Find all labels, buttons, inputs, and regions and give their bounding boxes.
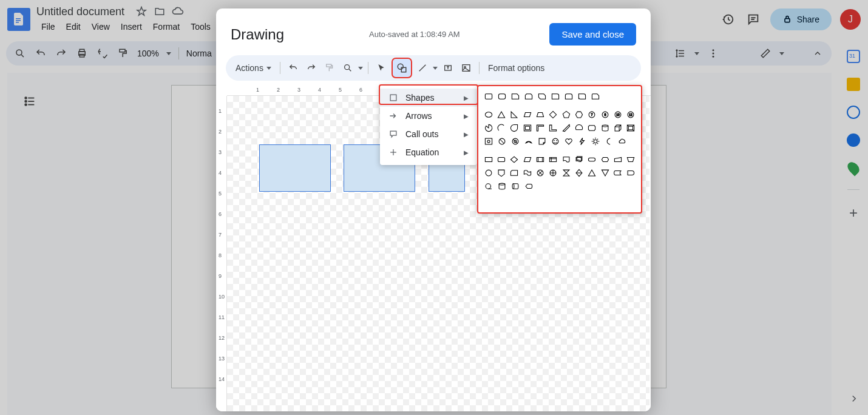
shape-round-rect[interactable] [497, 91, 507, 102]
shape-heart[interactable] [563, 136, 574, 147]
flow-stored[interactable] [612, 167, 623, 178]
image-tool-icon[interactable] [458, 60, 474, 76]
drawn-rectangle[interactable] [259, 144, 331, 192]
shape-frame[interactable] [522, 123, 532, 133]
flow-card[interactable] [509, 167, 520, 178]
flow-seq-storage[interactable] [483, 181, 494, 192]
flow-multidoc[interactable] [574, 154, 584, 165]
shape-round-snip[interactable] [590, 91, 601, 102]
shape-arc[interactable] [496, 123, 506, 133]
undo-icon[interactable] [285, 60, 301, 76]
save-and-close-button[interactable]: Save and close [549, 23, 636, 46]
flow-preparation[interactable] [600, 154, 610, 165]
flow-display[interactable] [523, 181, 534, 192]
flow-direct-access[interactable] [510, 181, 521, 192]
shape-round2-same[interactable] [563, 91, 574, 102]
shape-cloud[interactable] [617, 136, 628, 147]
flow-delay[interactable] [626, 167, 636, 178]
flow-document[interactable] [561, 154, 571, 165]
svg-line-74 [593, 139, 594, 140]
select-tool-icon[interactable] [373, 60, 389, 76]
flow-alternate[interactable] [496, 154, 506, 165]
svg-point-95 [486, 184, 490, 189]
shape-triangle[interactable] [496, 109, 506, 120]
format-options[interactable]: Format options [488, 63, 544, 73]
shape-plaque[interactable] [587, 123, 597, 133]
textbox-tool-icon[interactable] [440, 60, 456, 76]
shape-category-arrows[interactable]: Arrows▶ [380, 107, 477, 125]
shape-smiley[interactable] [550, 136, 561, 147]
actions-menu[interactable]: Actions [232, 61, 275, 75]
shape-hexagon[interactable] [574, 109, 584, 120]
shape-round-corner[interactable] [550, 91, 561, 102]
zoom-dropdown-icon[interactable] [358, 67, 363, 70]
flow-terminator[interactable] [587, 154, 597, 165]
shape-octagon[interactable]: 8 [600, 109, 610, 120]
flow-manual-input[interactable] [612, 154, 623, 165]
svg-rect-39 [485, 94, 492, 99]
flow-internal[interactable] [548, 154, 558, 165]
shape-snip-diag[interactable] [537, 91, 548, 102]
shape-snip2-corner[interactable] [523, 91, 534, 102]
shape-no-symbol[interactable] [497, 136, 507, 147]
shape-bevel[interactable] [626, 123, 636, 133]
shape-folded-corner[interactable] [537, 136, 548, 147]
shape-moon[interactable] [603, 136, 614, 147]
shape-category-call-outs[interactable]: Call outs▶ [380, 125, 477, 143]
shape-dodecagon[interactable]: 12 [626, 109, 636, 120]
flow-connector[interactable] [483, 167, 493, 178]
shape-lightning[interactable] [577, 136, 588, 147]
shape-pie[interactable] [483, 123, 493, 133]
flow-extract[interactable] [587, 167, 597, 178]
flow-collate[interactable] [561, 167, 571, 178]
shape-heptagon[interactable]: 7 [587, 109, 597, 120]
shape-category-equation[interactable]: Equation▶ [380, 143, 477, 161]
shape-tool-icon[interactable] [394, 60, 410, 76]
shape-diagonal-stripe[interactable] [561, 123, 571, 133]
zoom-icon[interactable] [340, 60, 356, 76]
flow-offpage[interactable] [496, 167, 506, 178]
submenu-arrow-icon: ▶ [464, 113, 469, 120]
shape-category-menu: Shapes▶Arrows▶Call outs▶Equation▶ [380, 85, 477, 165]
shapes-grid-panel: 7 8 10 12 [477, 85, 642, 214]
line-dropdown-icon[interactable] [433, 67, 438, 70]
flow-sort[interactable] [574, 167, 584, 178]
shape-arc2[interactable] [523, 136, 534, 147]
redo-icon[interactable] [303, 60, 319, 76]
shape-diamond[interactable] [548, 109, 558, 120]
shape-trapezoid[interactable] [535, 109, 545, 120]
flow-junction[interactable] [535, 167, 545, 178]
flow-decision[interactable] [509, 154, 520, 165]
shape-donut[interactable] [483, 136, 494, 147]
flow-process[interactable] [483, 154, 493, 165]
shape-category-shapes[interactable]: Shapes▶ [380, 89, 477, 107]
shape-can[interactable] [600, 123, 610, 133]
flow-data[interactable] [522, 154, 532, 165]
flow-predefined[interactable] [535, 154, 545, 165]
svg-point-52 [602, 125, 608, 127]
shape-half-frame[interactable] [535, 123, 545, 133]
flow-merge[interactable] [600, 167, 610, 178]
flow-tape[interactable] [522, 167, 532, 178]
drawing-toolbar: Actions Format options [226, 55, 641, 81]
shape-cube[interactable] [612, 123, 623, 133]
shape-chord[interactable] [574, 123, 584, 133]
shape-round2-diag[interactable] [577, 91, 588, 102]
flow-manual-op[interactable] [626, 154, 636, 165]
shape-snip-corner[interactable] [510, 91, 521, 102]
shape-parallelogram[interactable] [522, 109, 532, 120]
shape-right-triangle[interactable] [509, 109, 520, 120]
shape-l-shape[interactable] [548, 123, 558, 133]
shape-pentagon[interactable] [561, 109, 571, 120]
shape-rectangle[interactable] [483, 91, 494, 102]
shape-teardrop[interactable] [509, 123, 520, 133]
shape-block-arc[interactable] [510, 136, 521, 147]
line-tool-icon[interactable] [415, 60, 430, 76]
paint-format-icon[interactable] [322, 60, 337, 76]
flow-or[interactable] [548, 167, 558, 178]
flow-mag-disk[interactable] [497, 181, 507, 192]
shape-oval[interactable] [483, 109, 493, 120]
shape-decagon[interactable]: 10 [612, 109, 623, 120]
shape-sun[interactable] [590, 136, 601, 147]
shape-tool-highlighted[interactable] [392, 58, 412, 78]
